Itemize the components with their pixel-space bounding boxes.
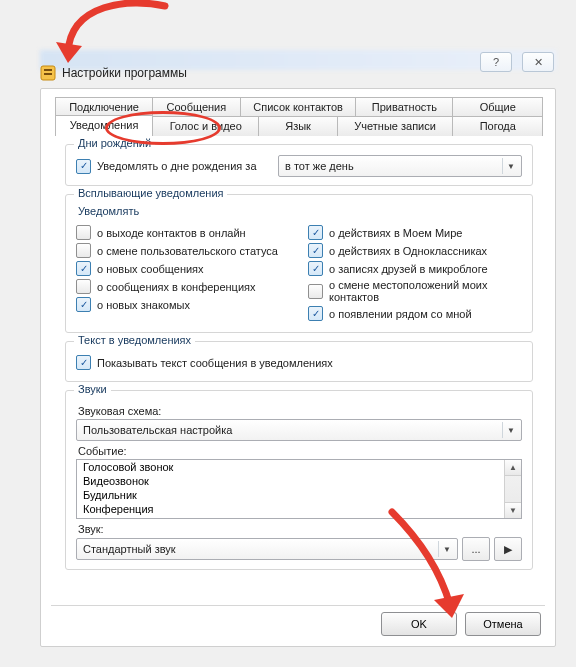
checkbox-icon [308, 225, 323, 240]
chevron-down-icon: ▼ [502, 422, 519, 438]
play-icon: ▶ [504, 543, 512, 556]
ellipsis-icon: ... [471, 543, 480, 555]
label-event: Событие: [78, 445, 522, 457]
scrollbar[interactable]: ▲ ▼ [504, 460, 521, 518]
checkbox-popup-right-3[interactable]: о смене местоположений моих контактов [308, 279, 522, 303]
tab-подключение[interactable]: Подключение [55, 97, 153, 117]
tab-учетные-записи[interactable]: Учетные записи [338, 116, 454, 136]
checkbox-icon [308, 306, 323, 321]
checkbox-icon [308, 261, 323, 276]
separator [51, 605, 545, 606]
checkbox-icon [76, 225, 91, 240]
browse-sound-button[interactable]: ... [462, 537, 490, 561]
checkbox-icon [76, 279, 91, 294]
checkbox-popup-right-1[interactable]: о действиях в Одноклассниках [308, 243, 522, 258]
checkbox-popup-right-4[interactable]: о появлении рядом со мной [308, 306, 522, 321]
dropdown-birthday-when[interactable]: в тот же день ▼ [278, 155, 522, 177]
checkbox-show-text[interactable]: Показывать текст сообщения в уведомления… [76, 355, 522, 370]
dropdown-value: в тот же день [285, 160, 354, 172]
list-item[interactable]: Конференция [77, 502, 521, 516]
tab-язык[interactable]: Язык [259, 116, 337, 136]
ok-button[interactable]: OK [381, 612, 457, 636]
group-popups: Всплывающие уведомления Уведомлять о вых… [65, 194, 533, 333]
cancel-button[interactable]: Отмена [465, 612, 541, 636]
checkbox-popup-right-0[interactable]: о действиях в Моем Мире [308, 225, 522, 240]
button-label: Отмена [483, 618, 522, 630]
listbox-events[interactable]: Голосовой звонокВидеозвонокБудильникКонф… [76, 459, 522, 519]
group-legend-popups: Всплывающие уведомления [74, 187, 227, 199]
chevron-down-icon: ▼ [502, 158, 519, 174]
window-title: Настройки программы [62, 66, 187, 80]
checkbox-icon [308, 243, 323, 258]
checkbox-popup-left-2[interactable]: о новых сообщениях [76, 261, 290, 276]
tab-голос-и-видео[interactable]: Голос и видео [153, 116, 259, 136]
checkbox-label: о появлении рядом со мной [329, 308, 472, 320]
checkbox-label: Уведомлять о дне рождения за [97, 160, 257, 172]
checkbox-icon [308, 284, 323, 299]
tabs: ПодключениеСообщенияСписок контактовПрив… [55, 97, 543, 580]
dropdown-sound-file[interactable]: Стандартный звук ▼ [76, 538, 458, 560]
checkbox-icon [76, 261, 91, 276]
scroll-up-icon[interactable]: ▲ [505, 460, 521, 476]
settings-icon [40, 65, 56, 81]
checkbox-popup-right-2[interactable]: о записях друзей в микроблоге [308, 261, 522, 276]
checkbox-label: о смене пользовательского статуса [97, 245, 278, 257]
settings-dialog: ПодключениеСообщенияСписок контактовПрив… [40, 88, 556, 647]
play-sound-button[interactable]: ▶ [494, 537, 522, 561]
group-text-in-notifications: Текст в уведомлениях Показывать текст со… [65, 341, 533, 382]
dropdown-value: Стандартный звук [83, 543, 176, 555]
checkbox-label: о выходе контактов в онлайн [97, 227, 246, 239]
group-birthdays: Дни рождений Уведомлять о дне рождения з… [65, 144, 533, 186]
dropdown-value: Пользовательская настройка [83, 424, 232, 436]
checkbox-icon [76, 159, 91, 174]
tab-приватность[interactable]: Приватность [356, 97, 453, 117]
svg-rect-3 [44, 73, 52, 75]
label-sound: Звук: [78, 523, 522, 535]
group-legend-sounds: Звуки [74, 383, 111, 395]
button-label: OK [411, 618, 427, 630]
group-legend-birthdays: Дни рождений [74, 137, 155, 149]
checkbox-icon [76, 297, 91, 312]
checkbox-label: о смене местоположений моих контактов [329, 279, 522, 303]
checkbox-label: о новых сообщениях [97, 263, 204, 275]
chevron-down-icon: ▼ [438, 541, 455, 557]
list-item[interactable]: Видеозвонок [77, 474, 521, 488]
group-sounds: Звуки Звуковая схема: Пользовательская н… [65, 390, 533, 570]
svg-rect-2 [44, 69, 52, 71]
tab-погода[interactable]: Погода [453, 116, 543, 136]
checkbox-label: о новых знакомых [97, 299, 190, 311]
scroll-down-icon[interactable]: ▼ [505, 502, 521, 518]
tab-общие[interactable]: Общие [453, 97, 543, 117]
checkbox-popup-left-0[interactable]: о выходе контактов в онлайн [76, 225, 290, 240]
tab-список-контактов[interactable]: Список контактов [241, 97, 357, 117]
checkbox-label: о сообщениях в конференциях [97, 281, 256, 293]
checkbox-label: о записях друзей в микроблоге [329, 263, 488, 275]
checkbox-icon [76, 355, 91, 370]
label-sound-scheme: Звуковая схема: [78, 405, 522, 417]
dropdown-sound-scheme[interactable]: Пользовательская настройка ▼ [76, 419, 522, 441]
list-item[interactable]: Будильник [77, 488, 521, 502]
list-item[interactable]: Голосовой звонок [77, 460, 521, 474]
checkbox-icon [76, 243, 91, 258]
checkbox-label: Показывать текст сообщения в уведомления… [97, 357, 333, 369]
checkbox-label: о действиях в Одноклассниках [329, 245, 487, 257]
checkbox-popup-left-4[interactable]: о новых знакомых [76, 297, 290, 312]
checkbox-popup-left-3[interactable]: о сообщениях в конференциях [76, 279, 290, 294]
group-legend-text: Текст в уведомлениях [74, 334, 195, 346]
checkbox-popup-left-1[interactable]: о смене пользовательского статуса [76, 243, 290, 258]
tab-сообщения[interactable]: Сообщения [153, 97, 241, 117]
popups-sub-legend: Уведомлять [78, 205, 522, 217]
tab-уведомления[interactable]: Уведомления [55, 115, 153, 136]
checkbox-label: о действиях в Моем Мире [329, 227, 462, 239]
checkbox-birthday-notify[interactable]: Уведомлять о дне рождения за [76, 159, 257, 174]
tab-content-notifications: Дни рождений Уведомлять о дне рождения з… [55, 135, 543, 580]
